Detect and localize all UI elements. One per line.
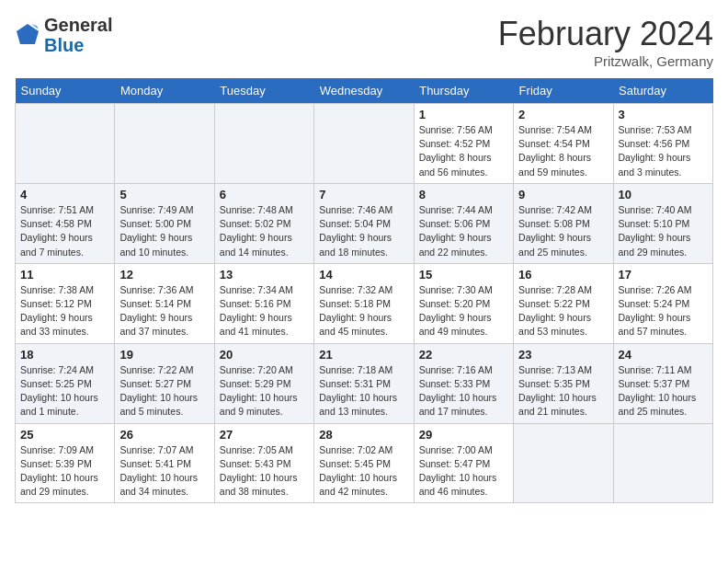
- day-number: 20: [220, 348, 309, 362]
- day-info: Sunrise: 7:24 AMSunset: 5:25 PMDaylight:…: [20, 363, 109, 419]
- logo-line2: Blue: [44, 35, 112, 55]
- day-header-wednesday: Wednesday: [314, 78, 414, 104]
- calendar-cell: 3Sunrise: 7:53 AMSunset: 4:56 PMDaylight…: [613, 104, 712, 184]
- day-info: Sunrise: 7:32 AMSunset: 5:18 PMDaylight:…: [319, 283, 408, 339]
- calendar-cell: [115, 104, 214, 184]
- day-number: 10: [619, 188, 708, 201]
- day-number: 9: [518, 188, 608, 201]
- calendar-cell: 25Sunrise: 7:09 AMSunset: 5:39 PMDayligh…: [16, 423, 115, 503]
- day-number: 11: [20, 268, 109, 282]
- calendar-cell: 1Sunrise: 7:56 AMSunset: 4:52 PMDaylight…: [414, 104, 513, 184]
- title-block: February 2024 Pritzwalk, Germany: [498, 15, 713, 69]
- logo-text: General Blue: [44, 15, 112, 55]
- calendar-table: SundayMondayTuesdayWednesdayThursdayFrid…: [15, 78, 713, 503]
- day-number: 17: [619, 268, 708, 282]
- calendar-cell: 21Sunrise: 7:18 AMSunset: 5:31 PMDayligh…: [314, 343, 414, 423]
- day-info: Sunrise: 7:05 AMSunset: 5:43 PMDaylight:…: [220, 443, 309, 500]
- calendar-cell: 9Sunrise: 7:42 AMSunset: 5:08 PMDaylight…: [514, 183, 613, 263]
- day-header-sunday: Sunday: [16, 78, 115, 104]
- day-info: Sunrise: 7:54 AMSunset: 4:54 PMDaylight:…: [518, 123, 608, 179]
- calendar-cell: 10Sunrise: 7:40 AMSunset: 5:10 PMDayligh…: [613, 183, 712, 263]
- day-header-tuesday: Tuesday: [214, 78, 313, 104]
- day-info: Sunrise: 7:36 AMSunset: 5:14 PMDaylight:…: [119, 283, 209, 339]
- calendar-cell: 18Sunrise: 7:24 AMSunset: 5:25 PMDayligh…: [16, 343, 115, 423]
- header-row: SundayMondayTuesdayWednesdayThursdayFrid…: [16, 78, 713, 104]
- logo-icon: [15, 22, 40, 48]
- logo-line1: General: [44, 15, 112, 35]
- day-info: Sunrise: 7:26 AMSunset: 5:24 PMDaylight:…: [619, 283, 708, 339]
- calendar-cell: 22Sunrise: 7:16 AMSunset: 5:33 PMDayligh…: [414, 343, 513, 423]
- day-number: 5: [119, 188, 209, 201]
- calendar-cell: 16Sunrise: 7:28 AMSunset: 5:22 PMDayligh…: [514, 263, 613, 343]
- calendar-cell: 4Sunrise: 7:51 AMSunset: 4:58 PMDaylight…: [16, 183, 115, 263]
- day-number: 6: [220, 188, 309, 201]
- calendar-cell: 11Sunrise: 7:38 AMSunset: 5:12 PMDayligh…: [16, 263, 115, 343]
- day-header-thursday: Thursday: [414, 78, 513, 104]
- day-number: 13: [220, 268, 309, 282]
- calendar-cell: 20Sunrise: 7:20 AMSunset: 5:29 PMDayligh…: [214, 343, 313, 423]
- calendar-cell: 26Sunrise: 7:07 AMSunset: 5:41 PMDayligh…: [115, 423, 214, 503]
- day-number: 29: [419, 428, 508, 442]
- calendar-cell: 13Sunrise: 7:34 AMSunset: 5:16 PMDayligh…: [214, 263, 313, 343]
- day-info: Sunrise: 7:40 AMSunset: 5:10 PMDaylight:…: [619, 203, 708, 259]
- calendar-cell: 17Sunrise: 7:26 AMSunset: 5:24 PMDayligh…: [613, 263, 712, 343]
- calendar-cell: [16, 104, 115, 184]
- day-number: 1: [419, 108, 508, 121]
- day-info: Sunrise: 7:53 AMSunset: 4:56 PMDaylight:…: [619, 123, 708, 179]
- day-info: Sunrise: 7:48 AMSunset: 5:02 PMDaylight:…: [220, 203, 309, 259]
- day-header-monday: Monday: [115, 78, 214, 104]
- calendar-cell: 24Sunrise: 7:11 AMSunset: 5:37 PMDayligh…: [613, 343, 712, 423]
- calendar-cell: [514, 423, 613, 503]
- day-info: Sunrise: 7:34 AMSunset: 5:16 PMDaylight:…: [220, 283, 309, 339]
- calendar-cell: 14Sunrise: 7:32 AMSunset: 5:18 PMDayligh…: [314, 263, 414, 343]
- week-row-2: 4Sunrise: 7:51 AMSunset: 4:58 PMDaylight…: [16, 183, 713, 263]
- day-info: Sunrise: 7:46 AMSunset: 5:04 PMDaylight:…: [319, 203, 408, 259]
- day-info: Sunrise: 7:38 AMSunset: 5:12 PMDaylight:…: [20, 283, 109, 339]
- calendar-cell: 28Sunrise: 7:02 AMSunset: 5:45 PMDayligh…: [314, 423, 414, 503]
- calendar-cell: [214, 104, 313, 184]
- day-number: 16: [518, 268, 608, 282]
- day-info: Sunrise: 7:11 AMSunset: 5:37 PMDaylight:…: [619, 363, 708, 419]
- day-info: Sunrise: 7:49 AMSunset: 5:00 PMDaylight:…: [119, 203, 209, 259]
- calendar-cell: 19Sunrise: 7:22 AMSunset: 5:27 PMDayligh…: [115, 343, 214, 423]
- day-info: Sunrise: 7:42 AMSunset: 5:08 PMDaylight:…: [518, 203, 608, 259]
- week-row-5: 25Sunrise: 7:09 AMSunset: 5:39 PMDayligh…: [16, 423, 713, 503]
- day-number: 22: [419, 348, 508, 362]
- day-number: 8: [419, 188, 508, 201]
- day-info: Sunrise: 7:09 AMSunset: 5:39 PMDaylight:…: [20, 443, 109, 500]
- calendar-cell: 7Sunrise: 7:46 AMSunset: 5:04 PMDaylight…: [314, 183, 414, 263]
- week-row-1: 1Sunrise: 7:56 AMSunset: 4:52 PMDaylight…: [16, 104, 713, 184]
- calendar-cell: 6Sunrise: 7:48 AMSunset: 5:02 PMDaylight…: [214, 183, 313, 263]
- day-number: 23: [518, 348, 608, 362]
- day-number: 14: [319, 268, 408, 282]
- calendar-cell: [613, 423, 712, 503]
- calendar-cell: 15Sunrise: 7:30 AMSunset: 5:20 PMDayligh…: [414, 263, 513, 343]
- day-info: Sunrise: 7:44 AMSunset: 5:06 PMDaylight:…: [419, 203, 508, 259]
- calendar-cell: 5Sunrise: 7:49 AMSunset: 5:00 PMDaylight…: [115, 183, 214, 263]
- week-row-3: 11Sunrise: 7:38 AMSunset: 5:12 PMDayligh…: [16, 263, 713, 343]
- day-info: Sunrise: 7:22 AMSunset: 5:27 PMDaylight:…: [119, 363, 209, 419]
- day-number: 28: [319, 428, 408, 442]
- day-number: 15: [419, 268, 508, 282]
- day-number: 21: [319, 348, 408, 362]
- day-number: 2: [518, 108, 608, 121]
- calendar-subtitle: Pritzwalk, Germany: [498, 53, 713, 69]
- calendar-cell: 8Sunrise: 7:44 AMSunset: 5:06 PMDaylight…: [414, 183, 513, 263]
- day-info: Sunrise: 7:20 AMSunset: 5:29 PMDaylight:…: [220, 363, 309, 419]
- calendar-cell: 23Sunrise: 7:13 AMSunset: 5:35 PMDayligh…: [514, 343, 613, 423]
- day-number: 24: [619, 348, 708, 362]
- page-header: General Blue February 2024 Pritzwalk, Ge…: [15, 15, 713, 69]
- day-info: Sunrise: 7:00 AMSunset: 5:47 PMDaylight:…: [419, 443, 508, 500]
- day-number: 3: [619, 108, 708, 121]
- day-number: 18: [20, 348, 109, 362]
- day-number: 4: [20, 188, 109, 201]
- day-number: 19: [119, 348, 209, 362]
- day-info: Sunrise: 7:56 AMSunset: 4:52 PMDaylight:…: [419, 123, 508, 179]
- day-number: 27: [220, 428, 309, 442]
- week-row-4: 18Sunrise: 7:24 AMSunset: 5:25 PMDayligh…: [16, 343, 713, 423]
- logo: General Blue: [15, 15, 112, 55]
- day-info: Sunrise: 7:18 AMSunset: 5:31 PMDaylight:…: [319, 363, 408, 419]
- day-info: Sunrise: 7:07 AMSunset: 5:41 PMDaylight:…: [119, 443, 209, 500]
- calendar-cell: 2Sunrise: 7:54 AMSunset: 4:54 PMDaylight…: [514, 104, 613, 184]
- day-info: Sunrise: 7:51 AMSunset: 4:58 PMDaylight:…: [20, 203, 109, 259]
